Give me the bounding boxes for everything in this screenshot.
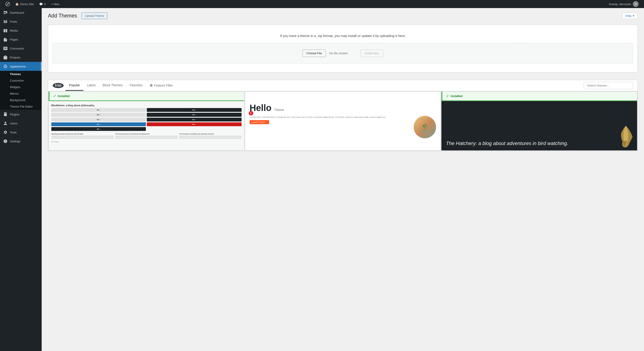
- preview-line: [116, 138, 178, 139]
- preview-post-title: Mindblown: a blog about philosophy.: [51, 104, 242, 107]
- adminbar-site-name[interactable]: 🏠 Demo Site: [12, 0, 36, 8]
- users-icon: [3, 121, 8, 126]
- media-icon: [3, 28, 8, 33]
- themes-count-badge: 5783: [53, 83, 64, 88]
- settings-icon: [3, 139, 8, 144]
- submenu-item-themes[interactable]: Themes: [0, 71, 42, 77]
- theme-card-hello-elementor: E Hello Theme I am text block. Click edi…: [245, 92, 441, 150]
- theme-preview-hello: E Hello Theme I am text block. Click edi…: [245, 100, 441, 149]
- upload-form: Choose File No file chosen Install Now: [53, 43, 633, 64]
- elementor-badge: E: [249, 111, 253, 116]
- aa-box-3: Aa ↕: [51, 118, 146, 122]
- tab-favorites[interactable]: Favorites: [126, 80, 146, 91]
- theme-card-hatchery: ✓ Installed The Hatchery: a blog about a…: [441, 92, 637, 150]
- preview-line: [116, 136, 178, 137]
- adminbar-comments[interactable]: 💬 0: [36, 0, 48, 8]
- sidebar-item-comments[interactable]: Comments: [0, 44, 42, 53]
- appearance-submenu: Themes Customize Widgets Menus Backgroun…: [0, 71, 42, 110]
- help-button[interactable]: Help ▾: [622, 12, 638, 19]
- upload-area: If you have a theme in a .zip format, yo…: [48, 25, 638, 72]
- main-content: Add Themes Upload Theme Help ▾ If you ha…: [42, 8, 644, 351]
- sidebar-item-users[interactable]: Users: [0, 119, 42, 128]
- tab-feature-filter[interactable]: Feature Filter: [146, 80, 176, 90]
- sidebar-item-plugins[interactable]: Plugins: [0, 110, 42, 119]
- preview-post-2: The Second Sex by Simone de Beauvoir: [116, 133, 178, 135]
- submenu-item-menus[interactable]: Menus: [0, 90, 42, 97]
- submenu-item-theme-file-editor[interactable]: Theme File Editor: [0, 103, 42, 110]
- hello-text: I am text block. Click edit button to ch…: [250, 116, 411, 138]
- admin-bar: 🏠 Demo Site 💬 0 + New Howdy, demosite D: [0, 0, 644, 8]
- no-installed-bar: [245, 92, 441, 100]
- sidebar-item-appearance[interactable]: Appearance: [0, 62, 42, 71]
- hello-header: Hello Theme: [245, 100, 441, 114]
- page-title: Add Themes: [48, 12, 77, 19]
- theme-preview-hatchery: The Hatchery: a blog about adventures in…: [442, 101, 637, 150]
- chevron-down-icon: ▾: [633, 14, 634, 18]
- sidebar-item-dashboard[interactable]: Dashboard: [0, 8, 42, 17]
- avatar: D: [633, 1, 638, 7]
- posts-icon: [3, 19, 8, 24]
- pages-icon: [3, 37, 8, 42]
- preview-line: [179, 136, 242, 137]
- no-file-text: No file chosen: [330, 52, 348, 55]
- preview-footer: Get daily...: [51, 140, 242, 143]
- install-now-button[interactable]: Install Now: [360, 50, 383, 57]
- page-header: Add Themes Upload Theme Help ▾: [48, 12, 638, 19]
- aa-box-blue: Aa ↕: [51, 122, 146, 126]
- upload-theme-button[interactable]: Upload Theme: [82, 12, 107, 19]
- aa-box-dark-3: Aa ↕: [147, 118, 241, 122]
- upload-description: If you have a theme in a .zip format, yo…: [53, 34, 633, 38]
- installed-bar-hatchery: ✓ Installed: [442, 92, 637, 101]
- hello-image: [414, 116, 436, 138]
- aa-box-dark-2: Aa ↕: [147, 113, 241, 116]
- sidebar-item-projects[interactable]: Projects: [0, 53, 42, 62]
- adminbar-wp-logo[interactable]: [3, 0, 12, 8]
- theme-preview-twentytwentyfour: Mindblown: a blog about philosophy. Aa ↕…: [48, 101, 244, 150]
- aa-box-2: Aa ↕: [51, 113, 146, 116]
- hatchery-headline: The Hatchery: a blog about adventures in…: [446, 140, 632, 147]
- submenu-item-background[interactable]: Background: [0, 97, 42, 103]
- aa-box-dark-4: Aa ↕: [51, 127, 146, 131]
- theme-card-twentytwentyfour: ✓ Installed Mindblown: a blog about phil…: [48, 92, 244, 150]
- hello-launch-button[interactable]: Launch Project →: [250, 120, 269, 124]
- search-themes-input[interactable]: [584, 82, 633, 89]
- sidebar-item-pages[interactable]: Pages: [0, 35, 42, 44]
- aa-box-red: Aa ↕: [147, 122, 241, 126]
- projects-icon: [3, 55, 8, 60]
- submenu-item-customize[interactable]: Customize: [0, 77, 42, 84]
- sidebar-item-posts[interactable]: Posts: [0, 17, 42, 26]
- adminbar-howdy[interactable]: Howdy, demosite D: [606, 1, 641, 7]
- aa-box-dark: Aa ↕: [147, 108, 241, 112]
- aa-box: Aa ↕: [51, 108, 146, 112]
- sidebar-item-tools[interactable]: Tools: [0, 128, 42, 137]
- check-icon: ✓: [53, 94, 56, 98]
- preview-line: [51, 136, 114, 137]
- sidebar-item-settings[interactable]: Settings: [0, 137, 42, 146]
- hatchery-content: The Hatchery: a blog about adventures in…: [442, 101, 637, 150]
- gear-icon: [150, 84, 153, 87]
- preview-line: [51, 138, 114, 139]
- preview-line: [179, 138, 242, 139]
- choose-file-button[interactable]: Choose File: [302, 50, 326, 57]
- installed-bar: ✓ Installed: [48, 92, 244, 101]
- dashboard-icon: [3, 10, 8, 15]
- plant-illustration: [418, 120, 432, 134]
- appearance-icon: [3, 64, 8, 68]
- preview-post-1: Naming and Necessity by Saul Kripke: [51, 133, 114, 135]
- tab-block-themes[interactable]: Block Themes: [99, 80, 126, 91]
- tab-latest[interactable]: Latest: [83, 80, 99, 91]
- comments-icon: [3, 46, 8, 51]
- themes-grid: ✓ Installed Mindblown: a blog about phil…: [48, 91, 638, 151]
- submenu-item-widgets[interactable]: Widgets: [0, 84, 42, 90]
- tab-popular[interactable]: Popular: [66, 80, 83, 91]
- admin-menu: Dashboard Posts Media Pages: [0, 8, 42, 351]
- adminbar-new[interactable]: + New: [48, 0, 62, 8]
- preview-post-3: The Human Condition by Hannah Arendt: [179, 133, 242, 135]
- bird-illustration: [617, 124, 635, 150]
- hello-content: I am text block. Click edit button to ch…: [245, 114, 441, 140]
- sidebar-item-media[interactable]: Media: [0, 26, 42, 35]
- themes-tabs-bar: 5783 Popular Latest Block Themes Favorit…: [48, 80, 638, 91]
- hatchery-illustration: [617, 124, 635, 150]
- tools-icon: [3, 130, 8, 134]
- check-icon-hatchery: ✓: [446, 94, 449, 98]
